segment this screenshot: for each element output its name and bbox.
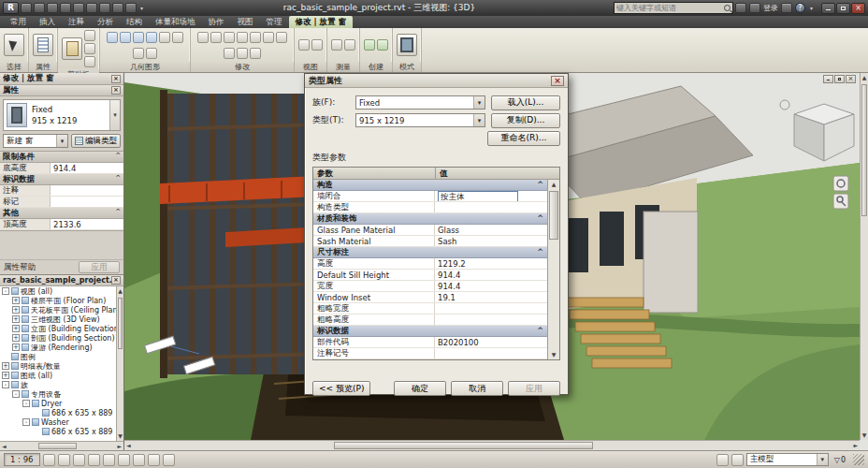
design-options-icon[interactable] bbox=[731, 454, 744, 466]
parameter-value-cell[interactable]: Sash bbox=[435, 236, 547, 246]
tree-item[interactable]: + 剖面 (Building Section) bbox=[0, 333, 116, 343]
tree-item[interactable]: + 天花板平面 (Ceiling Plan) bbox=[0, 305, 116, 314]
tree-item[interactable]: + 楼层平面 (Floor Plan) bbox=[0, 296, 116, 305]
parameter-value[interactable]: 914.4 bbox=[438, 282, 460, 291]
tree-item[interactable]: 686 x 635 x 889 bbox=[0, 427, 116, 436]
minimize-button[interactable] bbox=[821, 3, 835, 14]
parameter-row[interactable]: Sash Material Sash ^ bbox=[313, 236, 547, 247]
scroll-down-icon[interactable]: ▼ bbox=[862, 431, 867, 440]
parameter-value[interactable]: 19.1 bbox=[438, 293, 456, 302]
crop-view-icon[interactable] bbox=[118, 454, 130, 466]
visual-style-icon[interactable] bbox=[58, 454, 70, 466]
tree-item[interactable]: + 漫游 (Rendering) bbox=[0, 343, 116, 352]
load-button[interactable]: 载入(L)... bbox=[491, 95, 560, 110]
parameter-value[interactable]: 1219.2 bbox=[438, 259, 466, 269]
properties-icon[interactable] bbox=[33, 34, 53, 56]
scroll-up-icon[interactable]: ▲ bbox=[862, 73, 867, 82]
sync-icon[interactable] bbox=[47, 3, 58, 13]
property-row[interactable]: 顶高度 2133.6 ^ bbox=[0, 219, 123, 230]
parameter-row[interactable]: 构造 ^ bbox=[313, 180, 547, 191]
tree-expander-icon[interactable]: + bbox=[12, 297, 20, 304]
scroll-left-icon[interactable]: ◄ bbox=[124, 443, 133, 448]
parameter-value-cell[interactable] bbox=[435, 348, 547, 358]
view-restore-button[interactable] bbox=[834, 75, 845, 83]
help-dropdown-icon[interactable]: ▾ bbox=[808, 5, 815, 11]
undo-icon[interactable] bbox=[60, 3, 71, 13]
tree-expander-icon[interactable]: - bbox=[22, 400, 30, 407]
print-icon[interactable] bbox=[86, 3, 97, 13]
canvas-vertical-scrollbar[interactable]: ▲ ▼ bbox=[860, 73, 868, 440]
parameter-value[interactable]: 按主体 bbox=[438, 191, 518, 201]
ribbon-tab[interactable]: 协作 bbox=[202, 16, 231, 28]
tree-item[interactable]: - 视图 (all) bbox=[0, 286, 116, 296]
reveal-hidden-icon[interactable] bbox=[163, 454, 175, 466]
dialog-titlebar[interactable]: 类型属性 × bbox=[305, 74, 568, 88]
parameter-row[interactable]: 粗略高度 ^ bbox=[313, 314, 547, 326]
collapse-icon[interactable]: ^ bbox=[537, 181, 543, 189]
parameter-row[interactable]: 粗略宽度 ^ bbox=[313, 303, 547, 314]
parameter-value[interactable]: 914.4 bbox=[438, 271, 460, 280]
sun-path-icon[interactable] bbox=[73, 454, 85, 466]
close-button[interactable]: × bbox=[851, 3, 865, 14]
ribbon-tab[interactable]: 体量和场地 bbox=[149, 16, 202, 28]
tree-expander-icon[interactable]: - bbox=[12, 390, 20, 398]
ribbon-tab[interactable]: 结构 bbox=[120, 16, 149, 28]
parameter-row[interactable]: 高度 1219.2 ^ bbox=[313, 258, 547, 270]
close-icon[interactable]: × bbox=[111, 86, 121, 95]
design-option-combo[interactable]: 主模型 ▾ bbox=[746, 453, 829, 466]
tree-expander-icon[interactable]: - bbox=[22, 418, 30, 426]
edit-type-button[interactable]: 编辑类型 bbox=[71, 134, 121, 148]
collapse-icon[interactable]: ^ bbox=[115, 152, 121, 159]
chevron-down-icon[interactable]: ▾ bbox=[109, 100, 120, 130]
table-vertical-scrollbar[interactable]: ▲ ▼ bbox=[547, 180, 559, 359]
collapse-icon[interactable]: ^ bbox=[537, 327, 543, 335]
paste-icon[interactable] bbox=[62, 37, 82, 60]
create-similar-icon[interactable] bbox=[377, 39, 388, 51]
chevron-down-icon[interactable]: ▾ bbox=[56, 135, 67, 147]
ok-button[interactable]: 确定 bbox=[394, 381, 446, 396]
parameter-row[interactable]: 部件代码 B2020100 ^ bbox=[313, 337, 547, 348]
chevron-down-icon[interactable]: ▾ bbox=[473, 114, 485, 126]
viewcube-home-icon[interactable] bbox=[780, 100, 789, 110]
tree-expander-icon[interactable]: + bbox=[12, 306, 20, 314]
search-icon[interactable] bbox=[724, 5, 731, 11]
load-family-icon[interactable] bbox=[397, 34, 417, 56]
tree-item[interactable]: + 明细表/数量 bbox=[0, 361, 116, 371]
tree-item[interactable]: 686 x 635 x 889 bbox=[0, 408, 116, 417]
delete-icon[interactable] bbox=[250, 48, 261, 59]
section-icon[interactable] bbox=[125, 3, 137, 13]
temporary-hide-icon[interactable] bbox=[148, 454, 160, 466]
parameter-value-cell[interactable]: 19.1 bbox=[435, 292, 547, 302]
parameter-row[interactable]: Window Inset 19.1 ^ bbox=[313, 292, 547, 303]
collapse-icon[interactable]: ^ bbox=[537, 248, 543, 256]
override-graphics-icon[interactable] bbox=[311, 39, 323, 51]
tree-expander-icon[interactable]: - bbox=[2, 287, 9, 295]
restore-button[interactable] bbox=[836, 3, 850, 14]
canvas-horizontal-scrollbar[interactable]: ◄ ► bbox=[124, 440, 860, 450]
property-row[interactable]: 限制条件 ^ bbox=[0, 152, 123, 163]
view-scale-button[interactable]: 1 : 96 bbox=[4, 453, 40, 466]
apply-button[interactable]: 应用 bbox=[79, 261, 120, 273]
qat-dropdown-icon[interactable]: ▾ bbox=[138, 5, 145, 11]
save-icon[interactable] bbox=[34, 3, 45, 13]
parameter-value-cell[interactable]: 914.4 bbox=[435, 270, 547, 280]
parameter-value-cell[interactable] bbox=[435, 303, 547, 314]
tree-expander-icon[interactable]: + bbox=[2, 372, 9, 379]
open-icon[interactable] bbox=[21, 3, 32, 13]
collapse-icon[interactable]: ^ bbox=[115, 174, 121, 182]
scrollbar-thumb[interactable] bbox=[549, 191, 558, 240]
shadows-icon[interactable] bbox=[88, 454, 100, 466]
worksets-icon[interactable] bbox=[716, 454, 729, 466]
user-icon[interactable] bbox=[749, 3, 760, 13]
parameter-value-cell[interactable]: 914.4 bbox=[435, 281, 547, 291]
rotate-icon[interactable] bbox=[237, 32, 248, 43]
sign-in-label[interactable]: 登录 bbox=[763, 3, 778, 13]
dialog-close-button[interactable]: × bbox=[551, 76, 564, 86]
property-row[interactable]: 其他 ^ bbox=[0, 208, 123, 219]
property-row[interactable]: 标记 ^ bbox=[0, 197, 123, 208]
dimension-icon[interactable] bbox=[344, 39, 355, 51]
tree-expander-icon[interactable]: + bbox=[12, 325, 20, 332]
parameter-value-cell[interactable] bbox=[435, 202, 547, 212]
project-browser-caption[interactable]: rac_basic_sample_project.rvt - ... × bbox=[0, 275, 123, 286]
scroll-right-icon[interactable]: ► bbox=[851, 443, 860, 448]
